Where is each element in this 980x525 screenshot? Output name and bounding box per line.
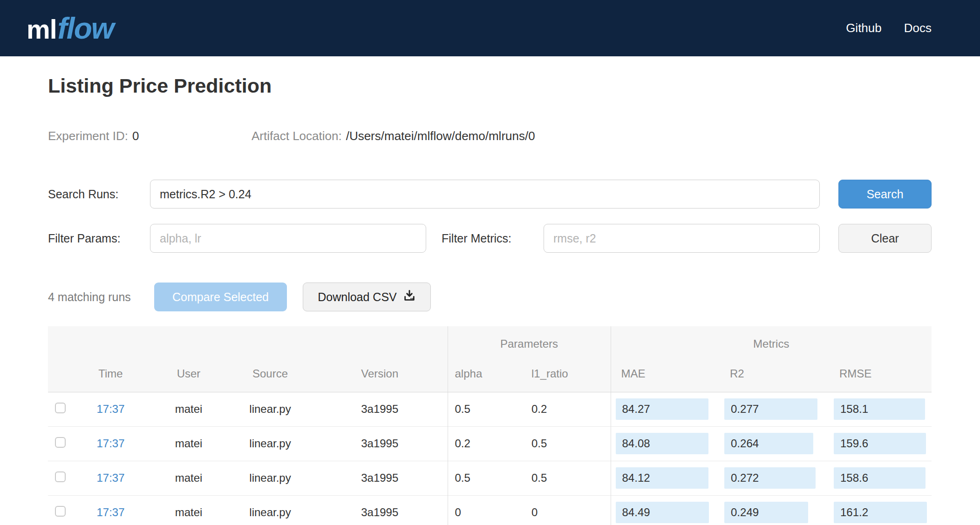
run-metric-rmse-cell: 159.6: [829, 426, 932, 461]
table-row: 17:37mateilinear.py3a19950.20.584.080.26…: [48, 426, 932, 461]
compare-selected-button[interactable]: Compare Selected: [154, 283, 287, 311]
nav-link-docs[interactable]: Docs: [904, 21, 932, 35]
run-metric-rmse-cell: 158.6: [829, 461, 932, 495]
run-time-link[interactable]: 17:37: [96, 403, 124, 415]
column-header-r2: R2: [720, 362, 829, 392]
run-version-cell: 3a1995: [312, 426, 448, 461]
run-user-cell: matei: [149, 461, 228, 495]
run-time-cell: 17:37: [72, 495, 149, 525]
group-header-parameters: Parameters: [448, 326, 611, 362]
run-checkbox-cell: [48, 495, 72, 525]
navbar: mlflow Github Docs: [0, 0, 980, 56]
artifact-location-value: /Users/matei/mlflow/demo/mlruns/0: [346, 129, 535, 143]
run-metric-rmse-cell: 158.1: [829, 392, 932, 426]
run-metric-r2-cell: 0.264: [720, 426, 829, 461]
metric-value-rmse: 158.1: [834, 398, 925, 420]
group-header-metrics: Metrics: [611, 326, 932, 362]
nav-links: Github Docs: [846, 21, 932, 35]
run-l1-ratio-cell: 0: [512, 495, 611, 525]
run-checkbox-cell: [48, 392, 72, 426]
run-l1-ratio-cell: 0.5: [512, 426, 611, 461]
run-time-cell: 17:37: [72, 426, 149, 461]
search-runs-input[interactable]: [150, 180, 820, 209]
table-row: 17:37mateilinear.py3a19950.50.584.120.27…: [48, 461, 932, 495]
runs-table: Parameters Metrics Time User Source Vers…: [48, 326, 932, 525]
matching-runs-text: 4 matching runs: [48, 290, 154, 304]
group-header-row: Parameters Metrics: [48, 326, 932, 362]
run-l1-ratio-cell: 0.2: [512, 392, 611, 426]
column-header-checkbox: [48, 362, 72, 392]
run-user-cell: matei: [149, 495, 228, 525]
column-header-source: Source: [228, 362, 312, 392]
run-source-cell: linear.py: [228, 461, 312, 495]
experiment-id-label: Experiment ID:: [48, 129, 128, 143]
column-header-mae: MAE: [611, 362, 720, 392]
search-runs-label: Search Runs:: [48, 188, 150, 201]
run-version-cell: 3a1995: [312, 495, 448, 525]
experiment-meta-row: Experiment ID:0 Artifact Location:/Users…: [48, 129, 932, 143]
search-button[interactable]: Search: [838, 180, 932, 209]
metric-value-mae: 84.27: [616, 398, 708, 420]
run-metric-mae-cell: 84.27: [611, 392, 720, 426]
run-alpha-cell: 0.5: [448, 392, 512, 426]
run-time-cell: 17:37: [72, 392, 149, 426]
run-source-cell: linear.py: [228, 426, 312, 461]
metric-value-rmse: 159.6: [834, 433, 926, 454]
run-version-cell: 3a1995: [312, 392, 448, 426]
experiment-id-value: 0: [132, 129, 139, 143]
run-time-link[interactable]: 17:37: [96, 437, 124, 450]
run-version-cell: 3a1995: [312, 461, 448, 495]
run-alpha-cell: 0.2: [448, 426, 512, 461]
clear-button[interactable]: Clear: [838, 224, 932, 253]
run-checkbox[interactable]: [55, 471, 66, 482]
mlflow-logo[interactable]: mlflow: [27, 13, 114, 43]
download-icon: [403, 289, 416, 305]
column-header-rmse: RMSE: [829, 362, 932, 392]
run-checkbox-cell: [48, 461, 72, 495]
run-alpha-cell: 0.5: [448, 461, 512, 495]
actions-row: 4 matching runs Compare Selected Downloa…: [48, 283, 932, 311]
filter-params-input[interactable]: [150, 224, 426, 253]
run-user-cell: matei: [149, 426, 228, 461]
run-metric-r2-cell: 0.272: [720, 461, 829, 495]
column-header-l1-ratio: l1_ratio: [512, 362, 611, 392]
filter-metrics-input[interactable]: [544, 224, 820, 253]
run-time-link[interactable]: 17:37: [96, 506, 124, 518]
run-source-cell: linear.py: [228, 392, 312, 426]
metric-value-r2: 0.272: [724, 467, 816, 489]
metric-value-r2: 0.277: [724, 398, 817, 420]
runs-tbody: 17:37mateilinear.py3a19950.50.284.270.27…: [48, 392, 932, 525]
run-metric-mae-cell: 84.49: [611, 495, 720, 525]
runs-table-head: Parameters Metrics Time User Source Vers…: [48, 326, 932, 392]
column-header-alpha: alpha: [448, 362, 512, 392]
metric-value-mae: 84.12: [616, 467, 708, 489]
logo-ml-text: ml: [27, 16, 57, 43]
artifact-location-pair: Artifact Location:/Users/matei/mlflow/de…: [252, 129, 535, 143]
run-checkbox[interactable]: [55, 506, 66, 517]
run-checkbox[interactable]: [55, 437, 66, 448]
run-user-cell: matei: [149, 392, 228, 426]
run-checkbox[interactable]: [55, 403, 66, 413]
column-header-time: Time: [72, 362, 149, 392]
metric-value-r2: 0.249: [724, 502, 808, 523]
nav-link-github[interactable]: Github: [846, 21, 882, 35]
download-csv-button[interactable]: Download CSV: [303, 283, 431, 311]
filter-row: Filter Params: Filter Metrics: Clear: [48, 224, 932, 253]
run-time-cell: 17:37: [72, 461, 149, 495]
run-source-cell: linear.py: [228, 495, 312, 525]
metric-value-rmse: 161.2: [834, 502, 927, 523]
table-row: 17:37mateilinear.py3a19950.50.284.270.27…: [48, 392, 932, 426]
run-time-link[interactable]: 17:37: [96, 471, 124, 484]
filter-metrics-label: Filter Metrics:: [442, 232, 544, 245]
run-metric-mae-cell: 84.08: [611, 426, 720, 461]
artifact-location-label: Artifact Location:: [252, 129, 342, 143]
run-metric-r2-cell: 0.249: [720, 495, 829, 525]
column-header-user: User: [149, 362, 228, 392]
filter-params-label: Filter Params:: [48, 232, 150, 245]
metric-value-rmse: 158.6: [834, 467, 926, 489]
run-l1-ratio-cell: 0.5: [512, 461, 611, 495]
experiment-id-pair: Experiment ID:0: [48, 129, 252, 143]
group-header-empty: [48, 326, 448, 362]
run-metric-mae-cell: 84.12: [611, 461, 720, 495]
download-csv-label: Download CSV: [318, 290, 397, 304]
